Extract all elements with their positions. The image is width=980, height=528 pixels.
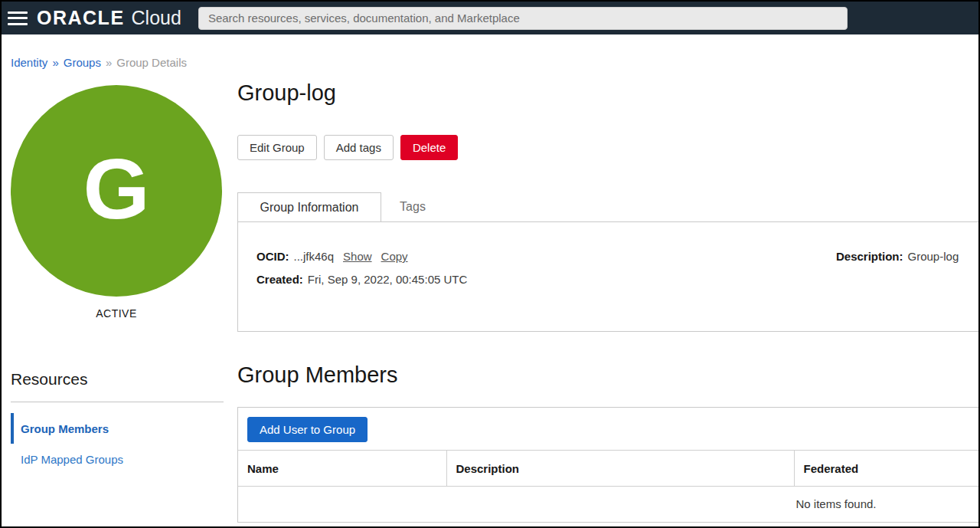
sidebar-item-group-members[interactable]: Group Members <box>11 413 237 444</box>
main-content: Group-log Edit Group Add tags Delete Gro… <box>237 69 980 523</box>
column-header-federated: Federated <box>794 451 980 487</box>
action-button-row: Edit Group Add tags Delete <box>237 135 980 160</box>
sidebar-item-idp-mapped-groups[interactable]: IdP Mapped Groups <box>11 444 237 474</box>
created-row: Created: Fri, Sep 9, 2022, 00:45:05 UTC <box>256 273 836 286</box>
tab-bar: Group Information Tags <box>237 192 980 221</box>
ocid-row: OCID: ...jfk46q Show Copy <box>256 250 836 263</box>
description-label: Description: <box>836 250 903 263</box>
status-badge: ACTIVE <box>11 307 222 320</box>
breadcrumb-identity-link[interactable]: Identity <box>11 56 47 69</box>
oracle-cloud-logo: ORACLE Cloud <box>37 7 181 29</box>
hamburger-menu-icon[interactable] <box>8 11 28 26</box>
sidebar-item-label: Group Members <box>21 422 109 435</box>
ocid-value: ...jfk46q <box>294 250 335 263</box>
tab-tags[interactable]: Tags <box>381 192 444 221</box>
tab-group-information[interactable]: Group Information <box>237 192 381 221</box>
breadcrumb-separator: » <box>52 56 58 69</box>
resources-heading: Resources <box>11 370 237 389</box>
top-navigation-bar: ORACLE Cloud <box>2 2 978 34</box>
group-info-left-column: OCID: ...jfk46q Show Copy Created: Fri, … <box>256 250 836 331</box>
group-members-table: Name Description Federated No items foun… <box>238 450 980 522</box>
ocid-show-link[interactable]: Show <box>343 250 372 263</box>
breadcrumb-separator: » <box>106 56 112 69</box>
column-header-name: Name <box>238 451 446 487</box>
empty-state-message: No items found. <box>238 487 980 522</box>
group-info-right-column: Description: Group-log <box>836 250 980 331</box>
search-input[interactable] <box>198 7 848 30</box>
oracle-cloud-console: ORACLE Cloud Identity»Groups»Group Detai… <box>0 0 980 528</box>
breadcrumb-current-page: Group Details <box>116 56 187 69</box>
group-avatar: G <box>11 85 222 297</box>
delete-button[interactable]: Delete <box>400 135 458 160</box>
resources-list: Group Members IdP Mapped Groups <box>11 413 237 474</box>
table-empty-row: No items found. <box>238 487 980 522</box>
group-avatar-initial: G <box>83 146 149 232</box>
group-members-panel: Add User to Group Name Description Feder… <box>237 407 980 523</box>
ocid-label: OCID: <box>256 250 289 263</box>
created-value: Fri, Sep 9, 2022, 00:45:05 UTC <box>308 273 467 286</box>
description-row: Description: Group-log <box>836 250 980 263</box>
sidebar-item-label: IdP Mapped Groups <box>21 453 123 466</box>
breadcrumb: Identity»Groups»Group Details <box>2 34 978 69</box>
group-information-panel: OCID: ...jfk46q Show Copy Created: Fri, … <box>237 221 980 332</box>
column-header-description: Description <box>446 451 794 487</box>
resources-divider <box>11 402 224 402</box>
page-title: Group-log <box>237 80 980 106</box>
left-sidebar: G ACTIVE Resources Group Members IdP Map… <box>2 69 237 474</box>
members-toolbar: Add User to Group <box>238 417 980 450</box>
group-members-heading: Group Members <box>237 362 980 388</box>
logo-cloud-text: Cloud <box>132 7 181 29</box>
add-tags-button[interactable]: Add tags <box>324 135 394 160</box>
created-label: Created: <box>256 273 303 286</box>
table-header-row: Name Description Federated <box>238 451 980 487</box>
add-user-to-group-button[interactable]: Add User to Group <box>247 417 368 442</box>
ocid-copy-link[interactable]: Copy <box>381 250 408 263</box>
edit-group-button[interactable]: Edit Group <box>237 135 317 160</box>
breadcrumb-groups-link[interactable]: Groups <box>64 56 101 69</box>
logo-oracle-text: ORACLE <box>37 7 125 29</box>
description-value: Group-log <box>908 250 959 263</box>
